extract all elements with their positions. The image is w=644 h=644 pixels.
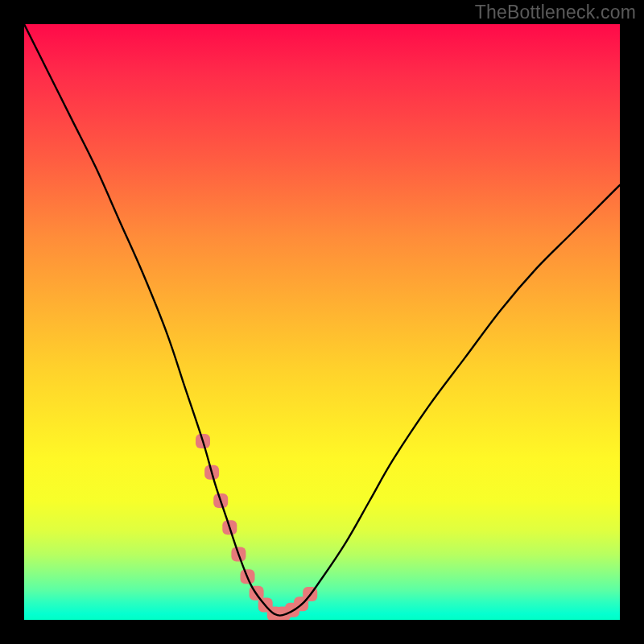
chart-frame: TheBottleneck.com	[0, 0, 644, 644]
plot-area	[24, 24, 620, 620]
curve-layer	[24, 24, 620, 620]
markers-group	[196, 434, 317, 620]
curve-path	[24, 24, 620, 616]
watermark-text: TheBottleneck.com	[475, 2, 636, 23]
